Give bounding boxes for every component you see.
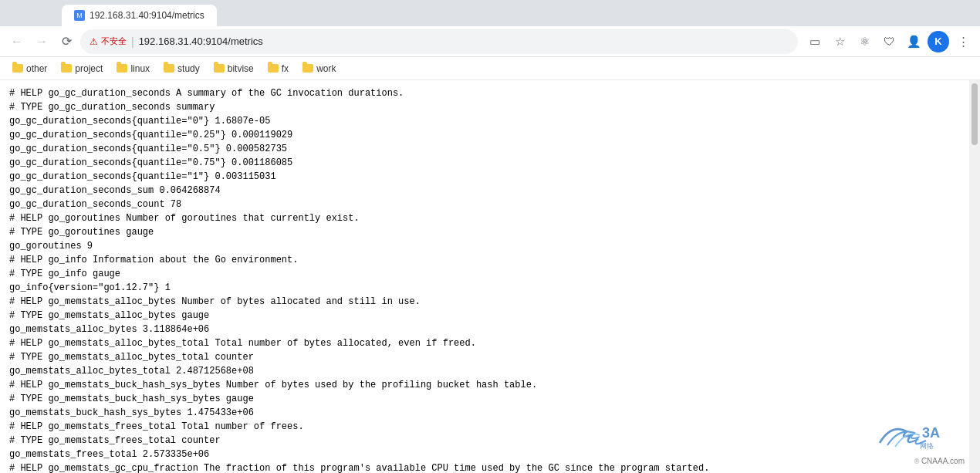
content-area: # HELP go_gc_duration_seconds A summary … [0,80,980,473]
bookmark-button[interactable]: ☆ [829,31,850,52]
folder-icon [268,64,279,73]
active-tab[interactable]: M 192.168.31.40:9104/metrics [62,5,217,26]
tab-favicon: M [74,10,85,21]
watermark: 3A 网络 ® CNAAA.com [872,416,965,465]
bookmark-label: linux [130,63,150,74]
bookmarks-bar: other project linux study bitvise fx wor… [0,57,980,80]
browser-chrome: M 192.168.31.40:9104/metrics ← → ⟳ ⚠ 不安全… [0,0,980,80]
avatar-button[interactable]: K [928,31,949,52]
bookmark-other[interactable]: other [6,62,53,76]
bookmark-label: fx [282,63,289,74]
url-divider: | [131,35,134,48]
security-icon: ⚠ [90,36,98,47]
watermark-logo: 3A 网络 [872,416,965,454]
forward-button[interactable]: → [31,31,52,52]
bookmark-label: study [177,63,200,74]
cast-button[interactable]: ▭ [804,31,826,52]
bookmark-label: bitvise [228,63,254,74]
menu-button[interactable]: ⋮ [952,31,974,52]
security-label: 不安全 [101,35,127,47]
bookmark-work[interactable]: work [296,62,342,76]
watermark-site: ® CNAAA.com [872,457,965,465]
folder-icon [302,64,313,73]
tab-title: 192.168.31.40:9104/metrics [90,10,204,21]
folder-icon [164,64,174,73]
nav-actions: ▭ ☆ ⚛ 🛡 👤 K ⋮ [804,31,974,52]
bookmark-fx[interactable]: fx [262,62,295,76]
bookmark-bitvise[interactable]: bitvise [208,62,260,76]
scrollbar[interactable] [969,80,980,473]
bookmark-linux[interactable]: linux [110,62,156,76]
nav-bar: ← → ⟳ ⚠ 不安全 | 192.168.31.40:9104/metrics… [0,26,980,57]
reload-button[interactable]: ⟳ [56,31,77,52]
tab-bar: M 192.168.31.40:9104/metrics [0,0,980,26]
scrollbar-thumb[interactable] [972,83,978,145]
security-indicator: ⚠ 不安全 [90,35,127,47]
folder-icon [117,64,127,73]
bookmark-project[interactable]: project [55,62,109,76]
svg-text:网络: 网络 [920,442,934,450]
address-bar[interactable]: ⚠ 不安全 | 192.168.31.40:9104/metrics [80,29,798,54]
url-text: 192.168.31.40:9104/metrics [139,35,789,47]
folder-icon [61,64,72,73]
bookmark-label: other [26,63,47,74]
bookmark-label: work [316,63,336,74]
folder-icon [214,64,225,73]
metrics-content[interactable]: # HELP go_gc_duration_seconds A summary … [0,80,969,473]
profile-button[interactable]: 👤 [903,31,924,52]
bookmark-study[interactable]: study [157,62,206,76]
svg-text:3A: 3A [922,425,940,441]
folder-icon [12,64,23,73]
back-button[interactable]: ← [6,31,28,52]
extensions-button[interactable]: ⚛ [853,31,875,52]
bookmark-label: project [75,63,103,74]
shield-button[interactable]: 🛡 [878,31,900,52]
